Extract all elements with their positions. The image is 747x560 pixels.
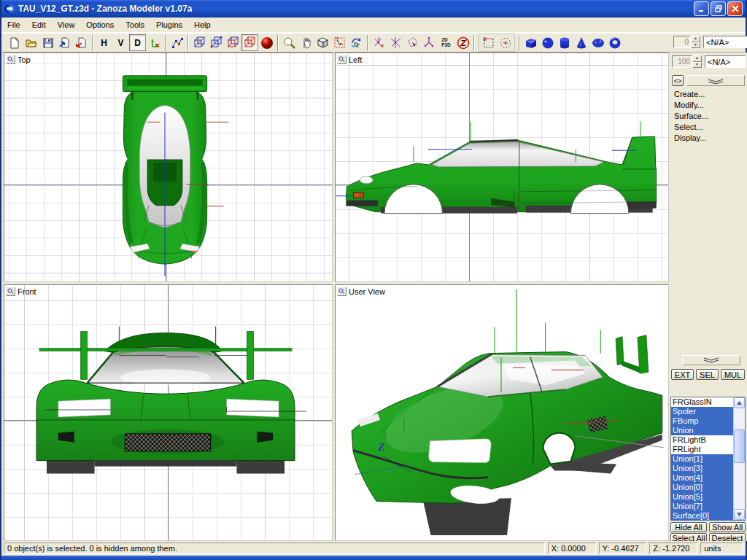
param-spinner-2: 100 ▲▼ <N/A>	[672, 55, 746, 68]
panel-menu: Create... Modify... Surface... Select...…	[674, 89, 708, 144]
create-sphere-button[interactable]	[539, 34, 556, 51]
axis-tripod-button[interactable]	[421, 34, 438, 51]
scroll-up-button[interactable]	[734, 397, 745, 408]
right-panel: 100 ▲▼ <N/A> <> Create... Modify... Surf…	[669, 52, 747, 541]
viewport-top[interactable]: Top	[4, 52, 333, 282]
panel-menu-surface[interactable]: Surface...	[674, 111, 708, 122]
car-top-view	[4, 53, 332, 281]
toggle-d-button[interactable]: D	[129, 34, 146, 51]
zoom-tool-button[interactable]	[281, 34, 298, 51]
close-button[interactable]	[727, 1, 743, 16]
edit-object-button[interactable]	[191, 34, 208, 51]
viewport-zoom-icon[interactable]	[6, 55, 15, 64]
show-all-button[interactable]: Show All	[709, 522, 746, 532]
menu-edit[interactable]: Edit	[26, 18, 52, 31]
object-list[interactable]: FRGlassIN Spoler FBump Union FRLightB FR…	[670, 397, 746, 521]
viewport-zoom-icon[interactable]	[6, 287, 15, 296]
param-combo-2[interactable]: <N/A>	[705, 55, 746, 68]
edit-surface-button[interactable]	[241, 34, 258, 51]
mode-2d3d-button[interactable]: 2DF3D	[438, 34, 454, 51]
toggle-h-button[interactable]: H	[96, 34, 112, 51]
edit-faces-button[interactable]	[208, 34, 225, 51]
collapse-bar-button[interactable]	[686, 75, 745, 86]
import-button[interactable]	[56, 34, 73, 51]
select-frame-button[interactable]	[331, 34, 348, 51]
mul-button[interactable]: MUL	[721, 369, 745, 380]
expander-button[interactable]: <>	[672, 75, 684, 86]
app-icon	[4, 3, 15, 15]
export-button[interactable]	[73, 34, 90, 51]
menu-view[interactable]: View	[52, 18, 81, 31]
panel-menu-create[interactable]: Create...	[674, 89, 708, 100]
param-spinner-1: 0 ▲▼ <N/A>	[673, 36, 747, 48]
select-circle-button[interactable]	[497, 34, 514, 51]
panel-menu-display[interactable]: Display...	[674, 133, 708, 144]
list-scrollbar[interactable]	[733, 397, 745, 520]
svg-text:Z: Z	[377, 441, 384, 453]
viewport-top-label: Top	[18, 55, 31, 64]
create-cylinder-button[interactable]	[556, 34, 573, 51]
viewport-user[interactable]: Z User View	[335, 284, 669, 541]
vertex-x-button[interactable]	[371, 34, 387, 51]
viewport-front[interactable]: Front	[4, 284, 333, 541]
viewport-zoom-icon[interactable]	[337, 55, 347, 64]
z-lock-button[interactable]: Z	[454, 34, 471, 51]
spinner-2-arrows[interactable]: ▲▼	[692, 55, 702, 68]
menu-help[interactable]: Help	[188, 18, 217, 31]
create-torus-button[interactable]	[606, 34, 623, 51]
sel-button[interactable]: SEL	[696, 369, 719, 380]
menu-file[interactable]: File	[1, 18, 26, 31]
car-user-view: Z	[336, 285, 668, 540]
window-bottom-border	[1, 556, 746, 560]
param-combo-1[interactable]: <N/A>	[703, 36, 747, 48]
car-left-view	[336, 53, 668, 281]
car-front-view	[4, 285, 332, 540]
hide-all-button[interactable]: Hide All	[670, 522, 707, 532]
edit-mesh-button[interactable]	[225, 34, 241, 51]
create-box-button[interactable]	[522, 34, 539, 51]
viewport-left[interactable]: Left	[335, 52, 669, 282]
panel-menu-modify[interactable]: Modify...	[674, 100, 708, 111]
create-cone-button[interactable]	[573, 34, 589, 51]
polyline-tool-button[interactable]	[169, 34, 185, 51]
app-window: TAU_V12_GT.z3d - Zanoza Modeler v1.07a F…	[0, 0, 747, 560]
spinner-2-value[interactable]: 100	[672, 55, 692, 68]
ext-button[interactable]: EXT	[671, 369, 694, 380]
status-bar: 0 object(s) is selected. 0 is hidden amo…	[1, 541, 746, 556]
rotate-view-button[interactable]	[348, 34, 365, 51]
menu-plugins[interactable]: Plugins	[150, 18, 188, 31]
save-button[interactable]	[39, 34, 56, 51]
menu-bar: File Edit View Options Tools Plugins Hel…	[1, 18, 746, 33]
scroll-thumb[interactable]	[734, 429, 745, 463]
expand-list-button[interactable]	[682, 355, 740, 365]
spinner-1-value[interactable]: 0	[673, 36, 691, 48]
open-file-button[interactable]	[23, 34, 39, 51]
viewport-user-label: User View	[349, 287, 385, 296]
create-geosphere-button[interactable]	[589, 34, 606, 51]
toggle-v-button[interactable]: V	[112, 34, 129, 51]
material-sphere-button[interactable]	[258, 34, 275, 51]
status-units: units	[700, 542, 743, 554]
spinner-1-arrows[interactable]: ▲▼	[691, 36, 700, 48]
scroll-down-button[interactable]	[734, 509, 745, 520]
menu-tools[interactable]: Tools	[120, 18, 150, 31]
select-rect-button[interactable]	[480, 34, 497, 51]
panel-menu-select[interactable]: Select...	[674, 122, 708, 133]
viewport-front-label: Front	[18, 287, 36, 296]
select-lasso-button[interactable]	[404, 34, 421, 51]
menu-options[interactable]: Options	[80, 18, 120, 31]
axes-tool-button[interactable]	[146, 34, 163, 51]
box-view-button[interactable]	[314, 34, 331, 51]
viewport-left-label: Left	[349, 55, 362, 64]
viewport-zoom-icon[interactable]	[337, 287, 347, 296]
status-z: Z: -1.2720	[649, 542, 697, 554]
restore-button[interactable]	[711, 1, 726, 16]
status-y: Y: -0.4627	[599, 542, 647, 554]
pan-tool-button[interactable]	[298, 34, 314, 51]
vertex-star-button[interactable]	[387, 34, 404, 51]
title-bar: TAU_V12_GT.z3d - Zanoza Modeler v1.07a	[1, 0, 746, 18]
minimize-button[interactable]	[694, 1, 709, 16]
status-x: X: 0.0000	[548, 542, 596, 554]
toolbar: H V D 2DF3D Z 0 ▲▼ <N/A>	[1, 33, 746, 52]
new-file-button[interactable]	[6, 34, 23, 51]
